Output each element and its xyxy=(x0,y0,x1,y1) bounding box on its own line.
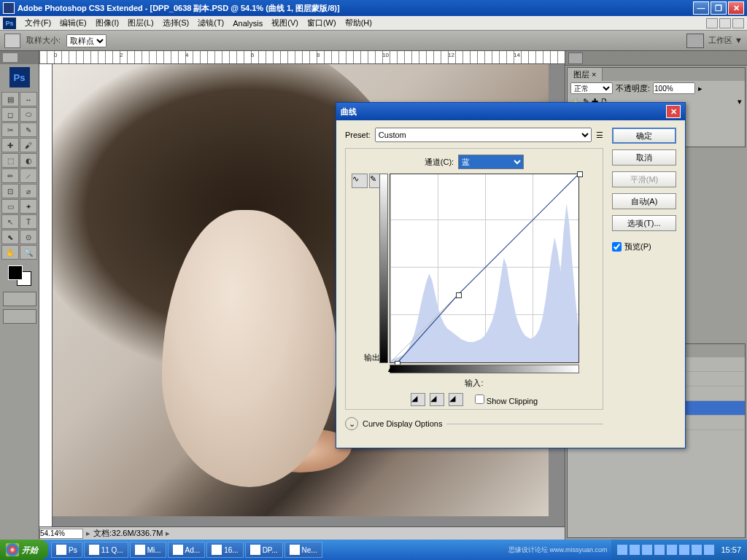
fill-chevron-icon[interactable]: ▾ xyxy=(738,97,742,106)
curve-point[interactable] xyxy=(577,171,583,177)
taskbar-item[interactable]: Ad... xyxy=(168,542,206,558)
tool-18[interactable]: ⬉ xyxy=(1,230,19,244)
tool-4[interactable]: ✂ xyxy=(1,122,19,137)
start-button[interactable]: 开始 xyxy=(0,540,48,560)
screenmode-toggle[interactable] xyxy=(3,309,36,324)
curve-graph[interactable]: ▲ xyxy=(390,174,579,363)
curve-point-tool-icon[interactable]: ∿ xyxy=(352,174,368,188)
channel-label: 通道(C): xyxy=(425,157,454,168)
auto-button[interactable]: 自动(A) xyxy=(612,193,676,209)
tool-20[interactable]: ✋ xyxy=(1,245,19,260)
foreground-color-swatch[interactable] xyxy=(8,265,23,280)
channel-select[interactable]: 蓝 xyxy=(458,155,524,169)
windows-logo-icon xyxy=(6,543,19,556)
tab-layers[interactable]: 图层 × xyxy=(568,68,603,81)
tool-19[interactable]: ⊙ xyxy=(20,230,37,244)
workspace-menu[interactable]: 工作区 ▼ xyxy=(708,35,743,46)
maximize-button[interactable]: ❐ xyxy=(711,1,727,15)
window-title: Adobe Photoshop CS3 Extended - [DPP_0638… xyxy=(18,3,693,14)
menu-e[interactable]: 编辑(E) xyxy=(55,16,91,30)
opacity-input[interactable] xyxy=(653,82,695,94)
sample-size-select[interactable]: 取样点 xyxy=(66,34,107,47)
options-bar: 取样大小: 取样点 工作区 ▼ xyxy=(0,31,747,51)
tray-icon[interactable] xyxy=(654,545,665,555)
minimize-button[interactable]: — xyxy=(693,1,709,15)
zoom-input[interactable] xyxy=(39,529,83,539)
menu-t[interactable]: 滤镜(T) xyxy=(193,16,228,30)
menu-h[interactable]: 帮助(H) xyxy=(341,16,376,30)
tray-icon[interactable] xyxy=(667,545,677,555)
preset-menu-icon[interactable]: ☰ xyxy=(596,131,603,140)
taskbar-item[interactable]: 11 Q... xyxy=(84,542,128,558)
options-button[interactable]: 选项(T)... xyxy=(612,215,676,231)
eyedropper-tool-icon[interactable] xyxy=(4,34,20,48)
tray-icon[interactable] xyxy=(630,545,640,555)
ps-logo-icon: Ps xyxy=(3,18,16,29)
taskbar-item[interactable]: Ne... xyxy=(285,542,322,558)
tool-13[interactable]: ⌀ xyxy=(20,184,37,198)
tray-icon[interactable] xyxy=(642,545,652,555)
color-swatches[interactable] xyxy=(8,265,31,286)
menu-i[interactable]: 图像(I) xyxy=(91,16,123,30)
tool-14[interactable]: ▭ xyxy=(1,199,19,214)
quickmask-toggle[interactable] xyxy=(3,292,36,306)
tool-3[interactable]: ⬭ xyxy=(20,107,37,122)
tool-17[interactable]: T xyxy=(20,214,37,229)
tools-panel: Ps ▤↔◻⬭✂✎✚🖌⬚◐✏⟋⊡⌀▭✦↖T⬉⊙✋🔍 xyxy=(0,51,39,540)
tool-10[interactable]: ✏ xyxy=(1,168,19,183)
input-gradient xyxy=(390,365,579,373)
tool-2[interactable]: ◻ xyxy=(1,107,19,122)
menu-analysis[interactable]: Analysis xyxy=(228,18,267,29)
tool-8[interactable]: ⬚ xyxy=(1,153,19,168)
gray-point-eyedropper-icon[interactable]: ◢ xyxy=(430,393,444,406)
doc-minimize-button[interactable] xyxy=(706,18,718,28)
taskbar-item[interactable]: Ps xyxy=(51,542,82,558)
doc-close-button[interactable] xyxy=(732,18,744,28)
tray-icon[interactable] xyxy=(617,545,627,555)
menu-l[interactable]: 图层(L) xyxy=(123,16,158,30)
cancel-button[interactable]: 取消 xyxy=(612,149,676,166)
tool-12[interactable]: ⊡ xyxy=(1,184,19,198)
tool-11[interactable]: ⟋ xyxy=(20,168,37,183)
tool-0[interactable]: ▤ xyxy=(1,92,19,106)
tool-21[interactable]: 🔍 xyxy=(20,245,37,260)
taskbar-item[interactable]: 16... xyxy=(206,542,243,558)
tool-7[interactable]: 🖌 xyxy=(20,138,37,152)
system-tray[interactable]: 15:57 xyxy=(611,540,747,560)
close-button[interactable]: ✕ xyxy=(728,1,744,15)
tool-15[interactable]: ✦ xyxy=(20,199,37,214)
tool-16[interactable]: ↖ xyxy=(1,214,19,229)
tray-icon[interactable] xyxy=(679,545,689,555)
menu-s[interactable]: 选择(S) xyxy=(158,16,194,30)
document-size-label: 文档:32.6M/336.7M xyxy=(93,528,163,539)
ok-button[interactable]: 确定 xyxy=(612,128,676,144)
curve-display-toggle-icon[interactable]: ⌄ xyxy=(345,417,358,430)
tool-5[interactable]: ✎ xyxy=(20,122,37,137)
menu-w[interactable]: 窗口(W) xyxy=(303,16,341,30)
opacity-chevron-icon[interactable]: ▸ xyxy=(698,84,703,93)
show-clipping-checkbox[interactable]: Show Clipping xyxy=(475,394,538,405)
dialog-titlebar[interactable]: 曲线 ✕ xyxy=(336,103,685,120)
tray-icon[interactable] xyxy=(704,545,714,555)
doc-restore-button[interactable] xyxy=(719,18,731,28)
dialog-close-button[interactable]: ✕ xyxy=(666,105,681,118)
preset-select[interactable]: Custom xyxy=(375,128,592,142)
blend-mode-select[interactable]: 正常 xyxy=(570,82,613,94)
status-menu-icon[interactable]: ▸ xyxy=(163,529,173,538)
status-chevron-icon[interactable]: ▸ xyxy=(83,529,93,538)
go-to-bridge-icon[interactable] xyxy=(686,34,704,48)
menu-f[interactable]: 文件(F) xyxy=(20,16,55,30)
preview-checkbox[interactable]: 预览(P) xyxy=(612,241,676,252)
black-point-eyedropper-icon[interactable]: ◢ xyxy=(411,393,425,406)
taskbar-item[interactable]: Mi... xyxy=(130,542,166,558)
taskbar-item[interactable]: DP... xyxy=(245,542,283,558)
panel-options-icon[interactable] xyxy=(568,52,583,64)
white-point-eyedropper-icon[interactable]: ◢ xyxy=(449,393,463,406)
menu-v[interactable]: 视图(V) xyxy=(267,16,303,30)
tool-9[interactable]: ◐ xyxy=(20,153,37,168)
curve-point[interactable] xyxy=(456,292,462,298)
opacity-label: 不透明度: xyxy=(616,83,650,94)
tray-icon[interactable] xyxy=(692,545,702,555)
tool-6[interactable]: ✚ xyxy=(1,138,19,152)
tool-1[interactable]: ↔ xyxy=(20,92,37,106)
